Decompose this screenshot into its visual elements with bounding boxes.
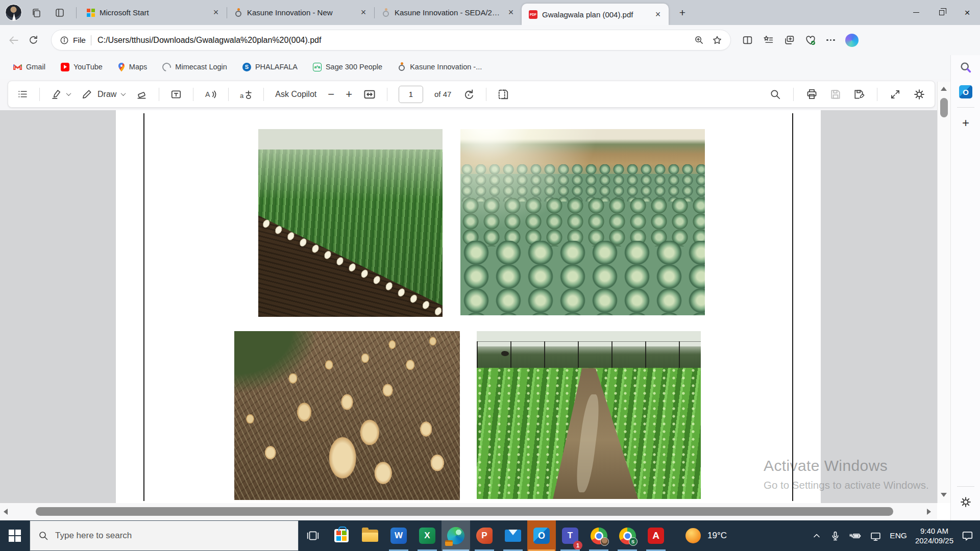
fullscreen-icon[interactable] xyxy=(890,89,901,100)
bookmark-sage300[interactable]: a^a Sage 300 People xyxy=(313,63,382,71)
restore-button[interactable] xyxy=(929,0,954,25)
tab-title: Kasune Innovation - New xyxy=(247,8,353,17)
taskbar-chrome-profile[interactable] xyxy=(584,520,613,551)
taskbar-chrome-work[interactable]: S xyxy=(613,520,642,551)
zoom-in-button[interactable]: + xyxy=(346,89,352,100)
action-center-icon[interactable] xyxy=(962,530,974,542)
powerpoint-icon: P xyxy=(476,528,493,544)
split-screen-icon[interactable] xyxy=(742,35,753,45)
pdf-settings-gear-icon[interactable] xyxy=(913,88,925,101)
pdf-viewer[interactable]: Activate Windows Go to Settings to activ… xyxy=(0,110,937,503)
taskbar-mail[interactable] xyxy=(499,520,527,551)
taskbar-acrobat[interactable]: A xyxy=(642,520,670,551)
taskbar-outlook[interactable]: O xyxy=(527,520,556,551)
vertical-tabs-icon[interactable] xyxy=(51,4,69,22)
taskbar-powerpoint[interactable]: P xyxy=(470,520,499,551)
add-text-icon[interactable] xyxy=(170,89,182,100)
taskbar-clock[interactable]: 9:40 AM 2024/09/25 xyxy=(915,526,953,546)
bookmark-maps[interactable]: Maps xyxy=(118,63,147,71)
read-aloud-icon[interactable]: A xyxy=(205,89,217,100)
url-text[interactable]: C:/Users/tthusi/Downloads/Gwalagwala%20p… xyxy=(97,36,688,45)
network-display-icon[interactable] xyxy=(870,531,881,541)
minimize-button[interactable] xyxy=(903,0,929,25)
info-icon[interactable] xyxy=(60,36,69,45)
favorites-list-icon[interactable] xyxy=(763,35,774,45)
scroll-right-arrow-icon[interactable] xyxy=(927,509,931,515)
settings-more-icon[interactable] xyxy=(826,39,835,41)
tab-close-icon[interactable]: × xyxy=(505,7,517,18)
language-indicator[interactable]: ENG xyxy=(890,531,907,540)
tab-microsoft-start[interactable]: Microsoft Start × xyxy=(80,0,227,25)
refresh-icon[interactable] xyxy=(23,31,43,50)
rotate-icon[interactable] xyxy=(462,88,475,101)
back-icon[interactable] xyxy=(4,31,23,50)
save-icon[interactable] xyxy=(830,89,841,100)
microphone-icon[interactable] xyxy=(830,531,841,541)
tab-close-icon[interactable]: × xyxy=(652,9,664,20)
page-view-icon[interactable] xyxy=(498,89,509,100)
bookmark-mimecast[interactable]: Mimecast Login xyxy=(162,63,227,71)
taskbar-excel[interactable]: X xyxy=(413,520,442,551)
pdf-favicon: PDF xyxy=(529,10,537,19)
save-as-icon[interactable] xyxy=(853,89,865,100)
eraser-icon[interactable] xyxy=(136,89,148,100)
draw-tool[interactable]: Draw xyxy=(82,89,125,99)
favorite-star-icon[interactable] xyxy=(712,35,722,45)
table-of-contents-icon[interactable] xyxy=(17,89,28,99)
scroll-left-arrow-icon[interactable] xyxy=(4,509,8,515)
sidebar-add-icon[interactable]: + xyxy=(951,111,980,135)
taskbar-weather[interactable]: 19°C xyxy=(685,520,727,551)
taskbar-file-explorer[interactable] xyxy=(356,520,384,551)
new-tab-button[interactable]: + xyxy=(674,4,691,21)
zoom-out-button[interactable]: − xyxy=(328,89,334,100)
translate-icon[interactable]: a xyxy=(240,89,252,100)
sidebar-settings-gear-icon[interactable] xyxy=(951,490,980,514)
tab-close-icon[interactable]: × xyxy=(358,7,369,18)
taskbar-word[interactable]: W xyxy=(384,520,413,551)
copilot-icon[interactable] xyxy=(845,34,859,47)
bookmark-youtube[interactable]: YouTube xyxy=(61,63,103,71)
scroll-down-arrow-icon[interactable] xyxy=(941,493,947,497)
window-close-button[interactable]: × xyxy=(954,0,980,25)
search-input[interactable] xyxy=(55,531,270,541)
bookmark-kasune[interactable]: Kasune Innovation -... xyxy=(398,62,482,71)
ask-copilot-button[interactable]: Ask Copilot xyxy=(275,90,316,99)
zoom-page-icon[interactable] xyxy=(694,35,704,45)
battery-plug-icon[interactable] xyxy=(849,531,862,541)
vertical-scrollbar-thumb[interactable] xyxy=(940,98,948,117)
collections-icon[interactable] xyxy=(784,35,795,45)
sidebar-divider xyxy=(957,107,974,108)
print-icon[interactable] xyxy=(806,88,818,100)
browser-essentials-icon[interactable] xyxy=(805,35,816,46)
sidebar-outlook-icon[interactable]: O xyxy=(951,80,980,104)
taskbar-teams[interactable]: T 1 xyxy=(556,520,584,551)
horizontal-scrollbar-thumb[interactable] xyxy=(36,507,893,516)
kasune-favicon xyxy=(234,8,242,17)
teams-notification-badge: 1 xyxy=(573,541,582,550)
tab-close-icon[interactable]: × xyxy=(210,7,222,18)
horizontal-scrollbar[interactable] xyxy=(0,503,937,520)
chrome-icon: S xyxy=(619,528,636,544)
tab-gwalagwala-pdf-active[interactable]: PDF Gwalagwala plan (004).pdf × xyxy=(522,4,669,25)
tray-chevron-up-icon[interactable] xyxy=(812,531,822,541)
task-view-button[interactable] xyxy=(299,520,327,551)
fit-width-icon[interactable] xyxy=(363,88,376,101)
tab-kasune-new[interactable]: Kasune Innovation - New × xyxy=(227,0,374,25)
start-button[interactable] xyxy=(0,520,30,551)
profile-avatar[interactable] xyxy=(5,4,22,21)
bookmark-phalafala[interactable]: S PHALAFALA xyxy=(242,63,298,71)
taskbar-search-box[interactable] xyxy=(30,520,299,551)
taskbar-edge[interactable] xyxy=(442,520,470,551)
highlight-tool[interactable] xyxy=(51,89,70,99)
search-document-icon[interactable] xyxy=(770,89,781,100)
sidebar-search-icon[interactable] xyxy=(951,55,980,80)
address-bar[interactable]: File C:/Users/tthusi/Downloads/Gwalagwal… xyxy=(51,30,731,51)
search-icon xyxy=(38,531,48,541)
page-number-input[interactable] xyxy=(399,86,423,103)
bookmark-gmail[interactable]: Gmail xyxy=(13,63,45,71)
scroll-up-arrow-icon[interactable] xyxy=(941,87,947,91)
workspaces-icon[interactable] xyxy=(27,4,45,22)
tab-kasune-seda[interactable]: Kasune Innovation - SEDA/2024/ × xyxy=(375,0,522,25)
vertical-scrollbar[interactable] xyxy=(937,82,950,503)
taskbar-microsoft-store[interactable] xyxy=(327,520,356,551)
